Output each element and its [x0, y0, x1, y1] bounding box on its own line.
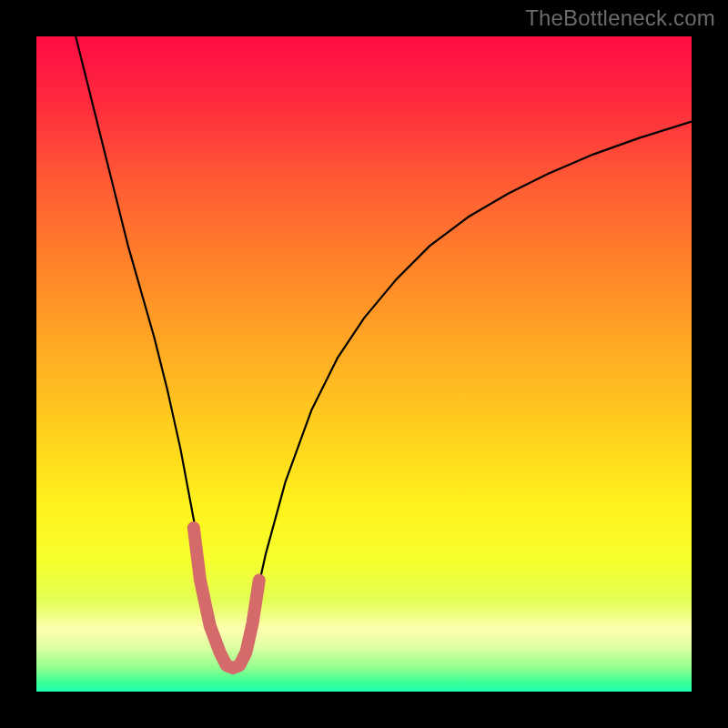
bottleneck-chart — [36, 36, 692, 692]
chart-frame: TheBottleneck.com — [0, 0, 728, 728]
gradient-background — [36, 36, 692, 692]
watermark-text: TheBottleneck.com — [525, 5, 715, 31]
